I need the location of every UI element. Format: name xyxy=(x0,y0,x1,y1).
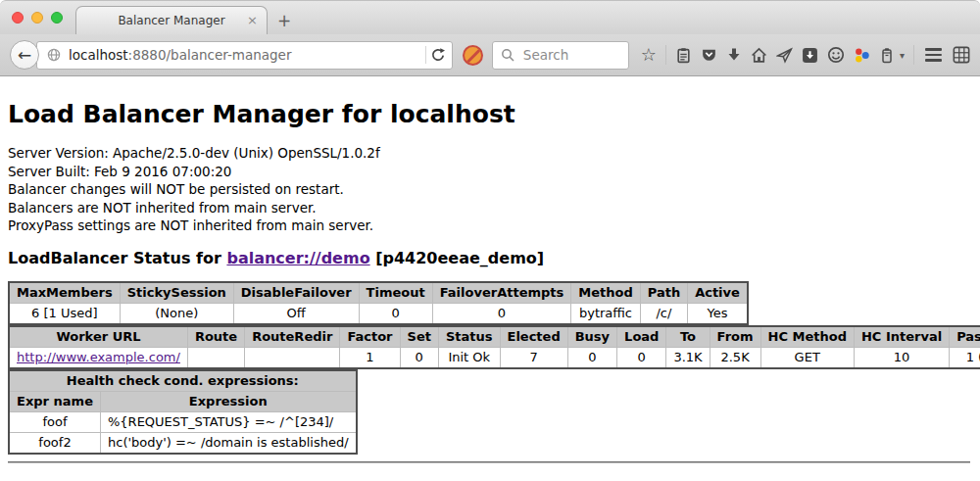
col-hc-method: HC Method xyxy=(760,326,854,348)
search-icon xyxy=(501,48,514,62)
search-input[interactable] xyxy=(521,46,620,64)
cell-maxmembers: 6 [1 Used] xyxy=(9,303,120,324)
page-title: Load Balancer Manager for localhost xyxy=(8,100,972,128)
home-icon[interactable] xyxy=(751,47,767,64)
worker-url-link[interactable]: http://www.example.com/ xyxy=(17,350,180,364)
col-hc-interval: HC Interval xyxy=(854,326,949,348)
new-tab-button[interactable]: + xyxy=(268,6,301,34)
col-set: Set xyxy=(400,326,438,348)
toolbar-icons: ☆ xyxy=(641,45,970,65)
cell-passes: 1 (0) xyxy=(950,347,980,368)
back-button[interactable]: ← xyxy=(10,40,39,70)
cell-elected: 7 xyxy=(500,347,567,368)
reload-icon[interactable] xyxy=(430,47,446,63)
col-to: To xyxy=(666,326,710,348)
window-minimize-button[interactable] xyxy=(31,12,43,24)
cell-routeredir xyxy=(245,347,340,368)
balancer-demo-link[interactable]: balancer://demo xyxy=(226,249,369,267)
col-active: Active xyxy=(688,282,748,304)
toolbar-divider xyxy=(913,45,914,65)
status-prefix: LoadBalancer Status for xyxy=(8,249,226,267)
window-close-button[interactable] xyxy=(12,12,24,24)
col-route: Route xyxy=(187,326,244,348)
col-load: Load xyxy=(617,326,666,348)
col-expr-name: Expr name xyxy=(9,391,101,411)
table-row: 6 [1 Used] (None) Off 0 0 bytraffic /c/ … xyxy=(9,303,748,324)
cell-path: /c/ xyxy=(640,303,687,324)
worker-table: Worker URL Route RouteRedir Factor Set S… xyxy=(8,325,980,369)
persist-warning-line: Balancer changes will NOT be persisted o… xyxy=(8,180,972,199)
proxypass-warning-line: ProxyPass settings are NOT inherited fro… xyxy=(8,216,972,235)
content-blocked-icon[interactable] xyxy=(463,45,483,66)
container-icon[interactable] xyxy=(879,47,895,64)
tab-strip: Balancer Manager × + xyxy=(0,0,980,34)
health-check-table: Health check cond. expressions: Expr nam… xyxy=(8,369,358,455)
table-row: http://www.example.com/ 1 0 Init Ok 7 0 … xyxy=(9,347,980,368)
inherit-warning-line: Balancers are NOT inherited from main se… xyxy=(8,199,972,217)
cell-to: 3.1K xyxy=(666,347,710,368)
cell-expr-name: foof xyxy=(9,411,101,432)
url-host: localhost xyxy=(69,47,128,63)
col-stickysession: StickySession xyxy=(120,282,233,304)
downloads-icon[interactable] xyxy=(726,47,742,63)
cell-stickysession: (None) xyxy=(120,303,233,324)
pocket-icon[interactable] xyxy=(701,47,717,64)
server-info: Server Version: Apache/2.5.0-dev (Unix) … xyxy=(8,144,972,235)
save-to-device-icon[interactable] xyxy=(802,47,818,64)
tab-title: Balancer Manager xyxy=(118,14,224,27)
col-timeout: Timeout xyxy=(359,282,432,304)
col-passes: Passes xyxy=(950,326,980,348)
toolbar-divider xyxy=(665,45,666,65)
table-row: foof %{REQUEST_STATUS} =~ /^[234]/ xyxy=(9,411,357,432)
col-worker-url: Worker URL xyxy=(9,326,187,348)
cell-method: bytraffic xyxy=(571,303,640,324)
col-expression: Expression xyxy=(101,391,357,411)
cell-route xyxy=(187,347,244,368)
urlbar-divider xyxy=(425,46,426,64)
page-content: Load Balancer Manager for localhost Serv… xyxy=(0,76,980,473)
cell-timeout: 0 xyxy=(359,303,432,324)
tab-close-icon[interactable]: × xyxy=(247,14,258,26)
send-plane-icon[interactable] xyxy=(776,47,793,64)
cell-worker-url: http://www.example.com/ xyxy=(9,347,187,368)
cell-set: 0 xyxy=(400,347,438,368)
col-routeredir: RouteRedir xyxy=(245,326,340,348)
table-row: foof2 hc('body') =~ /domain is establish… xyxy=(9,432,357,454)
footer-divider xyxy=(8,461,970,463)
colored-dots-extension-icon[interactable] xyxy=(854,47,870,64)
back-arrow-icon: ← xyxy=(18,45,31,65)
window-controls xyxy=(12,12,63,24)
chevron-down-icon[interactable]: ▾ xyxy=(900,50,905,61)
balancer-settings-table: MaxMembers StickySession DisableFailover… xyxy=(8,281,749,325)
navigation-toolbar: ← localhost:8880/balancer-manager ☆ xyxy=(0,34,980,76)
cell-hc-method: GET xyxy=(760,347,854,368)
bookmark-star-icon[interactable]: ☆ xyxy=(641,46,657,64)
cell-hc-interval: 10 xyxy=(854,347,949,368)
col-busy: Busy xyxy=(567,326,616,348)
tab-groups-icon[interactable] xyxy=(953,46,970,64)
globe-icon xyxy=(47,48,61,62)
tab-balancer-manager[interactable]: Balancer Manager × xyxy=(75,6,268,34)
cell-expr-name: foof2 xyxy=(9,432,101,454)
cell-expression: %{REQUEST_STATUS} =~ /^[234]/ xyxy=(101,411,357,432)
server-version-line: Server Version: Apache/2.5.0-dev (Unix) … xyxy=(8,144,972,163)
chat-smiley-icon[interactable] xyxy=(827,46,845,64)
browser-chrome: Balancer Manager × + ← localhost:8880/ba… xyxy=(0,0,980,76)
col-path: Path xyxy=(640,282,687,304)
menu-hamburger-icon[interactable] xyxy=(925,48,942,62)
health-check-title: Health check cond. expressions: xyxy=(9,370,357,392)
url-bar[interactable]: localhost:8880/balancer-manager xyxy=(36,41,453,70)
cell-factor: 1 xyxy=(340,347,400,368)
url-text[interactable]: localhost:8880/balancer-manager xyxy=(69,47,421,63)
col-disablefailover: DisableFailover xyxy=(233,282,359,304)
clipboard-icon[interactable] xyxy=(675,47,692,64)
table-header-row: MaxMembers StickySession DisableFailover… xyxy=(9,282,748,304)
col-factor: Factor xyxy=(340,326,400,348)
search-bar[interactable] xyxy=(492,41,629,70)
cell-disablefailover: Off xyxy=(233,303,359,324)
table-header-row: Worker URL Route RouteRedir Factor Set S… xyxy=(9,326,980,348)
cell-status: Init Ok xyxy=(438,347,500,368)
col-from: From xyxy=(710,326,760,348)
window-zoom-button[interactable] xyxy=(51,12,63,24)
table-header-row: Expr name Expression xyxy=(9,391,357,411)
